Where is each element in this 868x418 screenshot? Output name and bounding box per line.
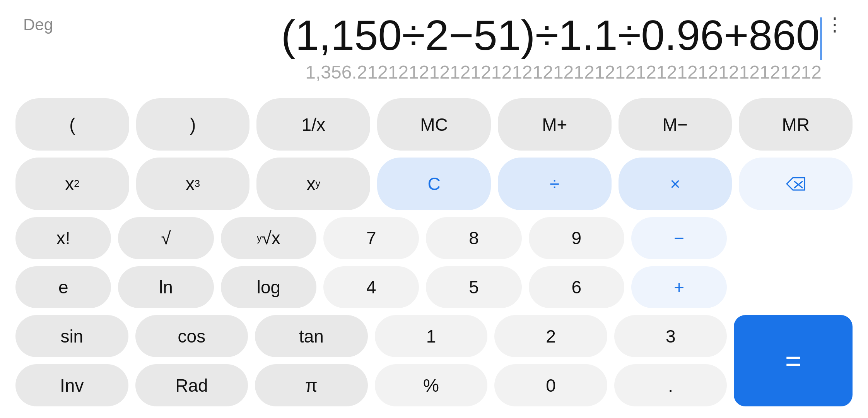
divide-button[interactable]: ÷ [498,158,612,210]
left-columns: x! √ y√x 7 8 9 − e ln log 4 5 6 + sin [15,217,727,406]
cos-button[interactable]: cos [135,315,248,357]
main-grid: x! √ y√x 7 8 9 − e ln log 4 5 6 + sin [15,217,853,406]
mc-button[interactable]: MC [377,98,491,151]
clear-button[interactable]: C [377,158,491,210]
tan-button[interactable]: tan [255,315,368,357]
result-display: 1,356.2121212121212121212121212121212121… [23,62,845,83]
row-2: x2 x3 xy C ÷ × [15,158,853,210]
display-area: Deg ⋮ (1,150÷2−51)÷1.1÷0.96+860 1,356.21… [0,0,868,91]
rad-button[interactable]: Rad [135,364,248,406]
sqrt-button[interactable]: √ [118,217,214,259]
row-5: sin cos tan 1 2 3 [15,315,727,357]
minus-button[interactable]: − [631,217,727,259]
plus-button[interactable]: + [631,266,727,308]
ln-button[interactable]: ln [118,266,214,308]
seven-button[interactable]: 7 [323,217,419,259]
x-to-y-button[interactable]: xy [256,158,370,210]
two-button[interactable]: 2 [494,315,607,357]
multiply-button[interactable]: × [619,158,732,210]
decimal-button[interactable]: . [614,364,727,406]
buttons-area: ( ) 1/x MC M+ M− MR x2 x3 xy C ÷ × x! [0,91,868,418]
x-cubed-button[interactable]: x3 [136,158,250,210]
close-paren-button[interactable]: ) [136,98,250,151]
percent-button[interactable]: % [375,364,488,406]
row-1: ( ) 1/x MC M+ M− MR [15,98,853,151]
menu-icon[interactable]: ⋮ [825,15,845,34]
expression-display: (1,150÷2−51)÷1.1÷0.96+860 [23,12,845,60]
zero-button[interactable]: 0 [494,364,607,406]
row-6: Inv Rad π % 0 . [15,364,727,406]
row-4: e ln log 4 5 6 + [15,266,727,308]
cursor-indicator [820,17,822,60]
nine-button[interactable]: 9 [529,217,624,259]
six-button[interactable]: 6 [529,266,624,308]
reciprocal-button[interactable]: 1/x [256,98,370,151]
inv-button[interactable]: Inv [15,364,128,406]
four-button[interactable]: 4 [323,266,419,308]
sin-button[interactable]: sin [15,315,128,357]
log-button[interactable]: log [221,266,316,308]
right-column: = [734,217,853,406]
factorial-button[interactable]: x! [15,217,111,259]
angle-mode-label: Deg [23,15,53,34]
expression-text: (1,150÷2−51)÷1.1÷0.96+860 [281,12,820,59]
three-button[interactable]: 3 [614,315,727,357]
x-squared-button[interactable]: x2 [15,158,129,210]
mplus-button[interactable]: M+ [498,98,612,151]
mr-button[interactable]: MR [739,98,853,151]
nth-root-button[interactable]: y√x [221,217,316,259]
euler-button[interactable]: e [15,266,111,308]
pi-button[interactable]: π [255,364,368,406]
backspace-button[interactable] [739,158,853,210]
row-3: x! √ y√x 7 8 9 − [15,217,727,259]
one-button[interactable]: 1 [375,315,488,357]
five-button[interactable]: 5 [426,266,521,308]
equals-button[interactable]: = [734,315,853,406]
mminus-button[interactable]: M− [619,98,732,151]
open-paren-button[interactable]: ( [15,98,129,151]
eight-button[interactable]: 8 [426,217,521,259]
